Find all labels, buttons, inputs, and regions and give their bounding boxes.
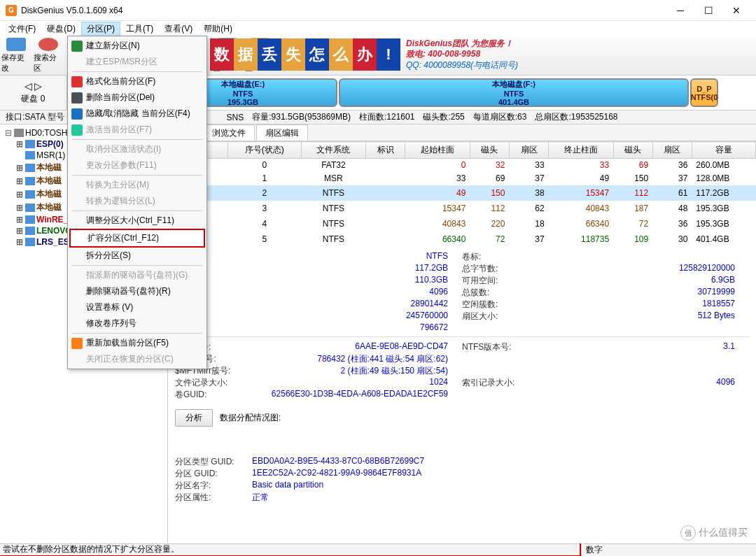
menu-item[interactable]: 调整分区大小(Ctrl_F11) <box>69 213 205 229</box>
menu-3[interactable]: 工具(T) <box>120 22 159 36</box>
menu-item: 激活当前分区(F7) <box>69 122 205 138</box>
menu-item: 转换为主分区(M) <box>69 177 205 193</box>
table-row[interactable]: 0)0FAT3203233336936260.0MB <box>169 159 756 172</box>
table-row[interactable]: 1)1MSR3369374915037128.0MB <box>169 172 756 185</box>
menu-item: 指派新的驱动器号(盘符)(G) <box>69 267 205 283</box>
menu-item: 更改分区参数(F11) <box>69 157 205 173</box>
menu-2[interactable]: 分区(P) <box>81 22 120 36</box>
partition-box[interactable]: 本地磁盘(F:)NTFS401.4GB <box>339 78 689 107</box>
status-bar: 尝试在不删除分区数据的情况下扩大分区容量。 数字 <box>0 543 756 556</box>
menu-item[interactable]: 建立新分区(N) <box>69 38 205 54</box>
table-row[interactable]: 磁盘(D:)3NTFS15347112624084318748195.3GB <box>169 201 756 216</box>
app-icon: G <box>6 5 17 16</box>
partition-box[interactable]: D_PNTFS(0 <box>690 78 718 107</box>
minimize-button[interactable]: ─ <box>666 1 694 20</box>
menu-item[interactable]: 删除当前分区(Del) <box>69 90 205 106</box>
main-tabs: 浏览文件扇区编辑 <box>168 124 756 141</box>
menu-0[interactable]: 文件(F) <box>3 22 41 36</box>
watermark-icon: 值 <box>680 525 696 541</box>
status-mode: 数字 <box>581 544 756 556</box>
banner: 数据丢失怎么办!DiskGenius团队 为您服务！致电: 400-008-99… <box>210 38 679 71</box>
menu-5[interactable]: 帮助(H) <box>198 22 238 36</box>
save-button[interactable]: 保存更改 <box>0 36 32 75</box>
menu-item: 取消分区激活状态(I) <box>69 141 205 157</box>
menu-item[interactable]: 格式化当前分区(F) <box>69 73 205 90</box>
table-row[interactable]: 磁盘(F:)5NTFS66340723711873510930401.4GB <box>169 231 756 247</box>
menu-item[interactable]: 拆分分区(S) <box>69 248 205 264</box>
watermark: 值 什么值得买 <box>680 525 748 541</box>
partition-menu-dropdown[interactable]: 建立新分区(N)建立ESP/MSR分区格式化当前分区(F)删除当前分区(Del)… <box>67 36 207 369</box>
menu-item[interactable]: 删除驱动器号(盘符)(R) <box>69 283 205 299</box>
menu-1[interactable]: 硬盘(D) <box>41 22 81 36</box>
menubar: 文件(F)硬盘(D)分区(P)工具(T)查看(V)帮助(H) <box>0 21 756 36</box>
tab-0[interactable]: 浏览文件 <box>203 124 255 141</box>
menu-item[interactable]: 修改卷序列号 <box>69 315 205 332</box>
nav-arrows-icon[interactable]: ◁ ▷ <box>24 80 43 92</box>
menu-4[interactable]: 查看(V) <box>159 22 198 36</box>
disk-nav[interactable]: ◁ ▷ 硬盘 0 <box>0 76 67 110</box>
disk-label: 硬盘 0 <box>21 93 45 105</box>
analyze-button[interactable]: 分析 <box>175 409 213 427</box>
tab-1[interactable]: 扇区编辑 <box>256 124 308 141</box>
menu-item: 转换为逻辑分区(L) <box>69 193 205 209</box>
menu-item: 建立ESP/MSR分区 <box>69 54 205 70</box>
partition-details: 型:NTFS卷标:117.2GB总字节数:125829120000110.3GB… <box>168 247 756 336</box>
window-title: DiskGenius V5.0.1.609 x64 <box>21 6 666 15</box>
titlebar: G DiskGenius V5.0.1.609 x64 ─ ☐ ✕ <box>0 0 756 21</box>
menu-item[interactable]: 设置卷标 (V) <box>69 299 205 315</box>
menu-item[interactable]: 扩容分区(Ctrl_F12) <box>69 229 205 248</box>
menu-item[interactable]: 隐藏/取消隐藏 当前分区(F4) <box>69 106 205 122</box>
menu-item[interactable]: 重新加载当前分区(F5) <box>69 335 205 351</box>
menu-item: 关闭正在恢复的分区(C) <box>69 351 205 367</box>
analyze-label: 数据分配情况图: <box>220 412 281 424</box>
table-row[interactable]: 磁盘(C:)2NTFS49150381534711261117.2GB <box>169 185 756 201</box>
status-text: 尝试在不删除分区数据的情况下扩大分区容量。 <box>0 543 581 556</box>
table-row[interactable]: 磁盘(E:)4NTFS4084322018663407236195.3GB <box>169 216 756 231</box>
maximize-button[interactable]: ☐ <box>694 1 722 20</box>
partition-table[interactable]: 序号(状态)文件系统标识起始柱面磁头扇区终止柱面磁头扇区容量 0)0FAT320… <box>168 141 756 247</box>
close-button[interactable]: ✕ <box>722 1 750 20</box>
search-partition-button[interactable]: 搜索分区 <box>32 36 64 75</box>
